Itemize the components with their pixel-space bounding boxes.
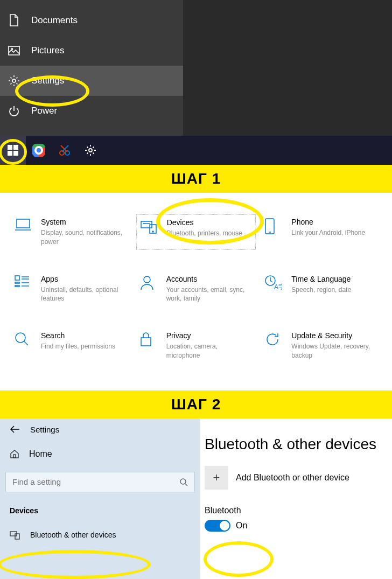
start-item-power[interactable]: Power	[0, 96, 183, 126]
svg-point-2	[12, 79, 16, 82]
svg-point-41	[180, 479, 186, 484]
category-search[interactable]: SearchFind my files, permissions	[11, 328, 131, 364]
category-title: Update & Security	[291, 331, 378, 340]
step-banner: ШАГ 2	[0, 390, 392, 418]
settings-sidebar: Settings Home Devices Bluetooth & other …	[0, 418, 200, 579]
start-item-settings[interactable]: Settings	[0, 66, 183, 96]
update-icon	[264, 331, 283, 350]
start-item-documents[interactable]: Documents	[0, 5, 183, 36]
home-icon	[10, 449, 19, 459]
category-sub: Link your Android, iPhone	[291, 228, 365, 238]
category-sub: Display, sound, notifications, power	[41, 228, 128, 247]
category-sub: Your accounts, email, sync, work, family	[166, 285, 253, 304]
toggle-state: On	[236, 521, 247, 531]
start-item-label: Power	[31, 106, 57, 116]
category-title: Accounts	[166, 275, 253, 283]
svg-line-42	[185, 484, 187, 486]
back-button[interactable]	[10, 425, 20, 434]
svg-rect-44	[15, 534, 19, 539]
category-sub: Windows Update, recovery, backup	[291, 342, 378, 360]
back-title: Settings	[30, 425, 59, 434]
sidebar-item-label: Bluetooth & other devices	[30, 531, 116, 539]
svg-rect-7	[8, 151, 12, 156]
devices-icon	[10, 530, 20, 540]
bluetooth-toggle[interactable]: On	[205, 520, 392, 532]
gear-icon	[8, 74, 20, 87]
svg-rect-29	[15, 285, 19, 287]
category-privacy[interactable]: PrivacyLocation, camera, microphone	[136, 328, 256, 364]
plus-icon: +	[205, 466, 228, 490]
add-device-button[interactable]: + Add Bluetooth or other device	[205, 466, 392, 490]
svg-point-34	[144, 276, 150, 283]
start-item-label: Documents	[31, 15, 78, 26]
picture-icon	[8, 44, 20, 57]
category-title: Apps	[41, 275, 128, 283]
home-link[interactable]: Home	[0, 444, 200, 464]
svg-text:A字: A字	[274, 283, 282, 291]
category-system[interactable]: SystemDisplay, sound, notifications, pow…	[11, 214, 131, 250]
svg-line-38	[24, 341, 28, 345]
svg-rect-8	[13, 151, 18, 156]
start-menu-panel: Documents Pictures Settings Power	[0, 0, 392, 165]
home-label: Home	[29, 449, 52, 459]
person-icon	[139, 275, 158, 293]
category-title: Search	[41, 331, 115, 340]
bluetooth-settings: Settings Home Devices Bluetooth & other …	[0, 418, 392, 579]
start-button[interactable]	[0, 136, 26, 165]
svg-rect-6	[13, 145, 18, 150]
toggle-track	[205, 520, 230, 532]
add-device-label: Add Bluetooth or other device	[236, 473, 349, 483]
svg-point-37	[16, 333, 25, 343]
bluetooth-panel: Bluetooth & other devices + Add Bluetoot…	[200, 418, 392, 579]
svg-rect-28	[15, 282, 19, 283]
bluetooth-label: Bluetooth	[205, 506, 392, 515]
time-lang-icon: A字	[264, 275, 283, 293]
svg-rect-5	[8, 145, 12, 150]
category-title: Time & Language	[291, 275, 351, 283]
category-apps[interactable]: AppsUninstall, defaults, optional featur…	[11, 271, 131, 307]
svg-rect-25	[265, 219, 274, 234]
desktop-area	[183, 0, 392, 136]
category-accounts[interactable]: AccountsYour accounts, email, sync, work…	[136, 271, 256, 307]
svg-rect-27	[15, 276, 19, 280]
svg-rect-20	[17, 219, 30, 228]
phone-icon	[264, 218, 283, 236]
search-input[interactable]	[12, 477, 179, 486]
svg-point-19	[89, 149, 92, 152]
category-sub: Location, camera, microphone	[166, 342, 253, 360]
category-title: Devices	[167, 218, 242, 227]
document-icon	[8, 14, 20, 27]
lock-icon	[139, 331, 158, 350]
page-title: Bluetooth & other devices	[205, 436, 392, 453]
svg-point-24	[152, 231, 153, 232]
search-icon	[14, 331, 32, 350]
start-menu-list: Documents Pictures Settings Power	[0, 0, 183, 126]
start-item-label: Pictures	[31, 45, 64, 56]
category-phone[interactable]: PhoneLink your Android, iPhone	[261, 214, 381, 250]
apps-icon	[14, 275, 32, 293]
taskbar	[0, 136, 392, 165]
toggle-knob	[220, 521, 229, 531]
power-icon	[8, 104, 20, 117]
search-icon	[179, 478, 188, 486]
svg-point-1	[11, 48, 13, 50]
devices-icon	[140, 218, 158, 236]
start-item-pictures[interactable]: Pictures	[0, 36, 183, 66]
settings-home: SystemDisplay, sound, notifications, pow…	[0, 193, 392, 390]
start-item-label: Settings	[31, 75, 64, 86]
category-sub: Find my files, permissions	[41, 342, 115, 351]
chrome-icon[interactable]	[26, 136, 52, 165]
section-heading: Devices	[0, 503, 200, 524]
category-sub: Bluetooth, printers, mouse	[167, 229, 242, 238]
sidebar-item-bluetooth[interactable]: Bluetooth & other devices	[0, 524, 200, 546]
category-title: Privacy	[166, 331, 253, 340]
snip-icon[interactable]	[52, 136, 78, 165]
category-title: System	[41, 218, 128, 226]
svg-rect-39	[141, 338, 151, 346]
step-banner: ШАГ 1	[0, 165, 392, 193]
settings-taskbar-icon[interactable]	[78, 136, 103, 165]
category-devices[interactable]: DevicesBluetooth, printers, mouse	[136, 214, 256, 250]
category-update-security[interactable]: Update & SecurityWindows Update, recover…	[261, 328, 381, 364]
category-time-language[interactable]: A字 Time & LanguageSpeech, region, date	[261, 271, 381, 307]
settings-search[interactable]	[5, 472, 195, 492]
